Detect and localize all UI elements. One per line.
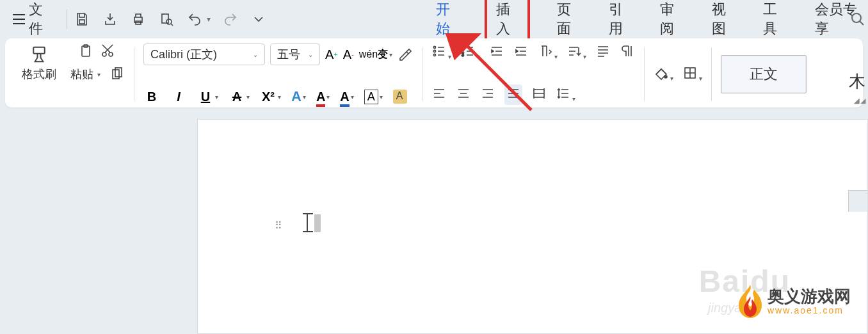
hamburger-icon <box>13 14 25 24</box>
save-icon[interactable] <box>74 11 90 28</box>
show-marks-icon[interactable] <box>595 44 611 61</box>
svg-rect-11 <box>113 70 119 79</box>
svg-rect-6 <box>33 47 45 54</box>
align-left-icon[interactable] <box>431 86 447 104</box>
redo-icon[interactable] <box>222 11 239 28</box>
more-dropdown-icon[interactable] <box>250 11 267 28</box>
format-painter-label: 格式刷 <box>22 67 56 82</box>
paste-icon[interactable] <box>78 44 93 59</box>
italic-button[interactable]: I <box>170 90 187 104</box>
file-menu-button[interactable]: 文件 <box>6 0 60 42</box>
svg-text:3: 3 <box>462 52 464 57</box>
caret-icon <box>314 214 321 232</box>
table-anchor-icon[interactable]: ⠿ <box>275 219 284 232</box>
document-page[interactable]: ⠿ Baidu jingyan. 奥义游戏网 www.aoe1.com <box>197 119 868 334</box>
clear-format-icon[interactable] <box>398 47 413 62</box>
site-watermark: 奥义游戏网 www.aoe1.com <box>737 283 851 319</box>
margin-corner <box>848 190 867 212</box>
svg-point-14 <box>434 50 436 52</box>
svg-rect-3 <box>162 14 168 23</box>
increase-indent-icon[interactable] <box>513 44 529 61</box>
copy-icon[interactable] <box>109 67 125 82</box>
paste-button[interactable]: 粘贴▾ <box>68 65 103 83</box>
decrease-indent-icon[interactable] <box>489 44 504 61</box>
style-normal[interactable]: 正文 <box>721 55 807 93</box>
svg-point-15 <box>434 54 436 56</box>
export-icon[interactable] <box>102 11 118 28</box>
undo-dropdown[interactable]: ▾ <box>207 15 211 24</box>
shading-icon[interactable]: ▾ <box>654 65 673 83</box>
svg-point-4 <box>166 19 172 24</box>
align-center-icon[interactable] <box>456 86 471 104</box>
divider <box>67 10 67 29</box>
print-icon[interactable] <box>130 11 147 28</box>
align-right-icon[interactable] <box>480 86 495 104</box>
svg-point-10 <box>109 52 113 56</box>
numbering-icon[interactable]: 123▾ <box>460 44 480 61</box>
format-painter-button[interactable]: 格式刷 <box>19 44 59 105</box>
print-preview-icon[interactable] <box>158 11 175 28</box>
font-name-select[interactable]: Calibri (正文)⌄ <box>143 44 265 65</box>
cut-visual-edge: 木 <box>849 70 865 93</box>
shrink-font-icon[interactable]: A- <box>343 47 354 62</box>
line-spacing-icon[interactable]: ▾ <box>556 86 575 104</box>
border-icon[interactable]: ▾ <box>682 65 702 83</box>
sort-icon[interactable]: ▾ <box>567 44 586 61</box>
bold-button[interactable]: B <box>143 90 160 104</box>
font-color-button[interactable]: A▾ <box>316 90 330 104</box>
superscript-button[interactable]: X²▾ <box>260 90 281 104</box>
distribute-icon[interactable] <box>531 86 547 104</box>
align-justify-icon[interactable] <box>504 84 522 105</box>
undo-icon[interactable] <box>186 11 203 28</box>
bullets-icon[interactable]: ▾ <box>431 44 451 61</box>
char-shading-button[interactable]: A <box>393 90 407 104</box>
svg-point-9 <box>102 52 106 56</box>
text-direction-icon[interactable]: ▾ <box>538 44 558 61</box>
text-effect-button[interactable]: A▾ <box>291 88 306 105</box>
paragraph-mark-icon[interactable] <box>620 44 635 61</box>
highlight-color-button[interactable]: A▾ <box>340 90 353 104</box>
styles-group-launcher[interactable]: ◢ <box>860 97 865 105</box>
svg-point-19 <box>664 76 667 78</box>
flame-icon <box>737 283 764 319</box>
file-label: 文件 <box>29 0 54 38</box>
phonetic-guide-icon[interactable]: wén变▾ <box>359 48 392 61</box>
svg-point-13 <box>434 46 436 48</box>
svg-rect-12 <box>115 68 122 77</box>
site-name: 奥义游戏网 <box>768 287 851 306</box>
cut-icon[interactable] <box>100 44 115 59</box>
tab-insert[interactable]: 插入 <box>485 0 530 44</box>
svg-point-5 <box>852 13 861 22</box>
underline-button[interactable]: U▾ <box>197 90 218 104</box>
char-border-button[interactable]: A▾ <box>364 90 383 104</box>
strikethrough-button[interactable]: A▾ <box>229 90 250 104</box>
search-icon[interactable] <box>850 12 865 29</box>
grow-font-icon[interactable]: A+ <box>325 47 338 62</box>
site-url: www.aoe1.com <box>768 306 851 315</box>
paragraph-group-launcher[interactable]: ◢ <box>854 97 859 105</box>
svg-rect-0 <box>79 20 84 24</box>
font-size-select[interactable]: 五号⌄ <box>270 44 320 65</box>
